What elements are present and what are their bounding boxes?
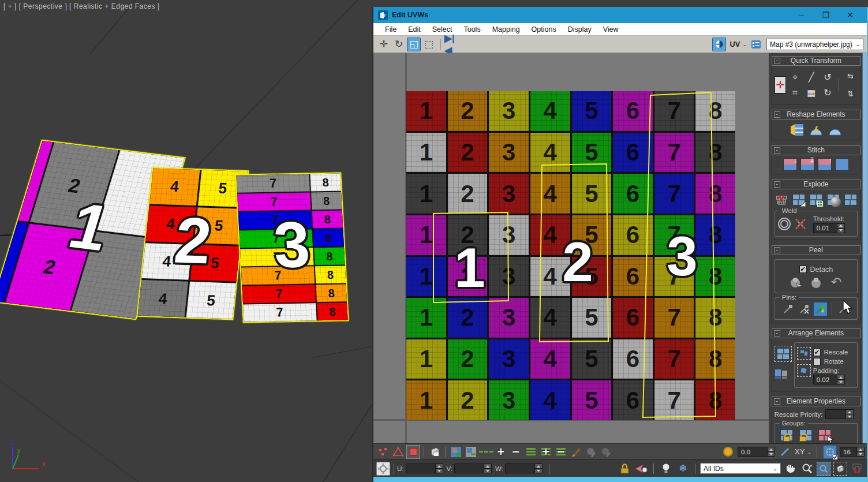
panel-scrollbar[interactable] [862, 53, 867, 443]
flatten-mapping-icon[interactable] [809, 192, 823, 207]
target-weld-icon[interactable] [777, 217, 792, 231]
uv-space-label[interactable]: UV [729, 40, 740, 48]
minimize-button[interactable]: – [790, 10, 814, 20]
grid-snap-icon[interactable] [823, 445, 837, 459]
menu-item-display[interactable]: Display [562, 25, 597, 33]
paint-select-icon[interactable] [569, 445, 583, 459]
falloff-space-label[interactable]: XY [795, 447, 805, 456]
flatten-by-smoothing-icon[interactable] [775, 192, 789, 207]
v-coord-value[interactable] [454, 464, 484, 473]
rollout-header-peel[interactable]: - Peel [772, 245, 860, 255]
collapse-icon[interactable]: - [774, 181, 780, 188]
grow-selection-icon[interactable] [449, 445, 463, 459]
zoom-region-icon[interactable] [817, 462, 830, 476]
freeze-selected-icon[interactable]: ❄ [676, 462, 690, 476]
rollout-header-element-properties[interactable]: - Element Properties [772, 397, 860, 406]
select-ring-icon[interactable] [524, 445, 538, 459]
absolute-offset-toggle-icon[interactable] [376, 462, 390, 476]
auto-pin-icon[interactable] [813, 302, 828, 316]
close-button[interactable]: ✕ [838, 10, 862, 20]
paint-shrink-icon[interactable] [599, 445, 613, 459]
rescale-priority-value[interactable] [825, 409, 846, 419]
viewport-3d[interactable]: [ + ] [ Perspective ] [ Realistic + Edge… [0, 0, 372, 482]
face-mode-icon[interactable] [406, 445, 420, 459]
mirror-tool-icon[interactable]: ▶|◀ [444, 38, 458, 51]
select-group-icon[interactable] [818, 428, 832, 442]
rotate-tool-icon[interactable]: ↻ [392, 38, 406, 51]
v-coord-spinner[interactable] [454, 464, 492, 473]
menu-item-edit[interactable]: Edit [402, 25, 426, 33]
linear-align-icon[interactable]: ╱ [804, 70, 818, 84]
zoom-extents-icon[interactable] [833, 462, 847, 476]
shrink-loop-icon[interactable]: − [509, 445, 523, 459]
scene-object-2[interactable]: 45454545 2 [136, 167, 249, 320]
align-pivot-icon[interactable]: ✛ [775, 76, 787, 94]
align-horizontal-icon[interactable]: ⌗ [788, 85, 802, 100]
stitch-average-icon[interactable]: ↧ [800, 158, 814, 171]
menu-item-mapping[interactable]: Mapping [487, 25, 526, 33]
align-to-grid-icon[interactable]: ▦ [804, 85, 818, 100]
menu-item-tools[interactable]: Tools [458, 25, 486, 33]
shrink-ring-icon[interactable]: − [554, 445, 568, 459]
collapse-icon[interactable]: - [774, 58, 780, 64]
align-vertical-icon[interactable]: ⌖ [788, 70, 802, 84]
rollout-header-explode[interactable]: - Explode [772, 180, 860, 189]
ungroup-selected-icon[interactable] [799, 428, 813, 442]
weld-selected-icon[interactable] [794, 217, 808, 231]
menu-item-options[interactable]: Options [526, 25, 562, 33]
select-loop-icon[interactable] [479, 445, 493, 459]
snap-icon[interactable] [850, 462, 864, 476]
material-id-filter-dropdown[interactable]: All IDs ⌄ [700, 463, 781, 474]
grow-ring-icon[interactable]: + [539, 445, 553, 459]
titlebar[interactable]: Edit UVWs – ❐ ✕ [373, 7, 867, 23]
collapse-icon[interactable]: - [774, 111, 780, 118]
quick-peel-icon[interactable] [788, 275, 803, 290]
flatten-spherical-icon[interactable] [826, 192, 840, 207]
space-vertical-icon[interactable]: ⇅ [843, 87, 858, 101]
collapse-icon[interactable]: - [774, 147, 780, 154]
viewport-label[interactable]: [ + ] [ Perspective ] [ Realistic + Edge… [3, 2, 160, 10]
stitch-custom-icon[interactable]: ↓ [783, 158, 797, 171]
map-selector-dropdown[interactable]: Map #3 (unwraphelper.jpg) ⌄ [766, 39, 863, 50]
show-map-icon[interactable] [712, 38, 726, 51]
falloff-type-icon[interactable] [778, 445, 792, 459]
w-coord-value[interactable] [505, 464, 535, 473]
map-list-icon[interactable] [749, 38, 763, 51]
maximize-button[interactable]: ❐ [814, 10, 838, 20]
menu-item-view[interactable]: View [597, 25, 624, 33]
rescale-priority-spinner[interactable] [825, 409, 854, 419]
lock-selection-icon[interactable] [618, 462, 631, 476]
straighten-selection-icon[interactable] [790, 122, 804, 137]
vertex-mode-icon[interactable] [376, 445, 390, 459]
rollout-header-stitch[interactable]: - Stitch [772, 145, 860, 155]
w-coord-spinner[interactable] [505, 464, 542, 473]
rotate-ccw-icon[interactable]: ↺ [820, 70, 835, 84]
stitch-target-icon[interactable] [835, 158, 849, 171]
soft-selection-value[interactable]: 0.0 [738, 447, 768, 457]
soft-selection-spinner[interactable]: 0.0 [738, 447, 775, 457]
zoom-icon[interactable]: ± [800, 462, 814, 476]
collapse-icon[interactable]: - [774, 398, 780, 405]
soft-selection-icon[interactable] [721, 445, 735, 459]
stitch-source-icon[interactable]: ↑ [818, 158, 832, 171]
collapse-icon[interactable]: - [774, 247, 780, 253]
rotate-checkbox[interactable] [813, 358, 821, 365]
threshold-spinner[interactable]: 0.01 [813, 223, 845, 233]
padding-value[interactable]: 0.02 [813, 375, 837, 384]
pan-icon[interactable] [783, 462, 797, 476]
u-coord-value[interactable] [406, 464, 436, 473]
move-tool-icon[interactable]: ✛ [377, 38, 391, 51]
threshold-value[interactable]: 0.01 [813, 223, 837, 233]
grow-loop-icon[interactable]: + [494, 445, 508, 459]
falloff-space-caret-icon[interactable]: ⌄ [807, 449, 811, 455]
rollout-header-arrange[interactable]: - Arrange Elements [772, 328, 860, 338]
scale-tool-icon[interactable]: ◱ [407, 38, 421, 51]
filter-selected-faces-icon[interactable] [634, 462, 648, 476]
freeform-tool-icon[interactable]: ⬚ [422, 38, 436, 51]
space-horizontal-icon[interactable]: ⇆ [843, 69, 858, 83]
edge-mode-icon[interactable] [391, 445, 405, 459]
grid-size-spinner[interactable]: 16 [840, 447, 865, 457]
pack-together-icon[interactable] [775, 368, 789, 382]
paint-grow-icon[interactable] [584, 445, 598, 459]
group-selected-icon[interactable] [780, 428, 794, 442]
